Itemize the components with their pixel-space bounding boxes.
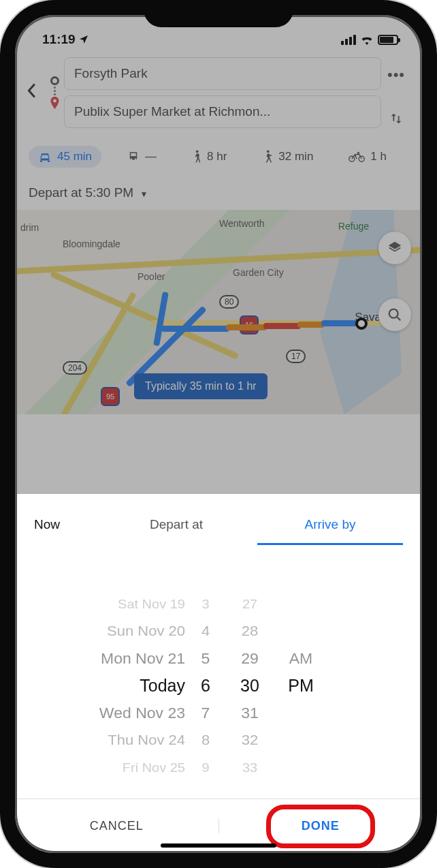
traffic-tooltip: Typically 35 min to 1 hr bbox=[134, 373, 268, 399]
transport-mode-chips: 45 min — 8 hr 32 min 1 h bbox=[15, 139, 422, 174]
layers-button[interactable] bbox=[378, 232, 411, 264]
more-options-button[interactable]: ••• bbox=[387, 66, 405, 84]
dropdown-caret-icon: ▼ bbox=[140, 189, 148, 199]
layers-icon bbox=[387, 241, 402, 255]
mode-bike-label: 1 h bbox=[370, 150, 387, 164]
map[interactable]: drim Bloomingdale Pooler Wentworth Garde… bbox=[15, 210, 422, 414]
interstate-shield: 95 bbox=[101, 387, 120, 406]
svg-point-5 bbox=[389, 309, 398, 318]
destination-input[interactable]: Publix Super Market at Richmon... bbox=[64, 95, 381, 128]
origin-dot-icon bbox=[50, 76, 59, 85]
mode-transit-label: — bbox=[145, 150, 157, 164]
picker-hour-selected: 6 bbox=[201, 672, 210, 699]
waypoint-indicators bbox=[45, 67, 64, 119]
picker-ampm-selected: PM bbox=[288, 672, 314, 699]
depart-time-label: Depart at 5:30 PM bbox=[29, 185, 133, 200]
rideshare-icon bbox=[262, 150, 273, 164]
back-button[interactable] bbox=[18, 82, 45, 103]
map-place-label: Bloomingdale bbox=[63, 238, 120, 249]
swap-icon[interactable] bbox=[389, 111, 404, 126]
svg-point-1 bbox=[267, 150, 270, 153]
origin-input[interactable]: Forsyth Park bbox=[64, 57, 381, 90]
datetime-picker[interactable]: Sat Nov 19 Sun Nov 20 Mon Nov 21 Today W… bbox=[15, 545, 422, 799]
tab-arrive-by[interactable]: Arrive by bbox=[257, 510, 403, 545]
route-shield: 17 bbox=[286, 350, 306, 363]
highlight-annotation bbox=[266, 805, 375, 848]
picker-minute-selected: 30 bbox=[240, 672, 259, 699]
map-place-label: Refuge bbox=[338, 221, 369, 232]
search-map-button[interactable] bbox=[378, 298, 411, 331]
status-time: 11:19 bbox=[42, 32, 76, 47]
picker-hour-column[interactable]: 3 4 5 6 7 8 9 bbox=[185, 563, 226, 781]
depart-time-dropdown[interactable]: Depart at 5:30 PM ▼ bbox=[15, 174, 422, 210]
mode-ride[interactable]: 32 min bbox=[253, 146, 323, 168]
svg-point-0 bbox=[196, 150, 199, 153]
cancel-button[interactable]: CANCEL bbox=[15, 819, 219, 833]
picker-minute-column[interactable]: 27 28 29 30 31 32 33 bbox=[226, 563, 274, 781]
location-arrow-icon bbox=[78, 34, 89, 45]
svg-line-6 bbox=[397, 317, 401, 321]
svg-point-3 bbox=[359, 156, 365, 161]
status-bar: 11:19 bbox=[15, 15, 422, 53]
tab-now[interactable]: Now bbox=[34, 510, 95, 545]
mode-drive[interactable]: 45 min bbox=[29, 146, 101, 168]
map-place-label: Wentworth bbox=[219, 218, 265, 229]
route-shield: 80 bbox=[219, 295, 239, 309]
mode-drive-label: 45 min bbox=[57, 150, 92, 164]
mode-ride-label: 32 min bbox=[278, 150, 313, 164]
search-icon bbox=[387, 307, 402, 322]
transit-icon bbox=[127, 151, 140, 163]
picker-date-column[interactable]: Sat Nov 19 Sun Nov 20 Mon Nov 21 Today W… bbox=[42, 563, 185, 781]
mode-transit[interactable]: — bbox=[118, 146, 166, 168]
svg-point-4 bbox=[357, 152, 359, 154]
destination-pin-icon bbox=[50, 97, 60, 109]
wifi-icon bbox=[360, 35, 374, 45]
battery-icon bbox=[378, 35, 398, 45]
time-picker-sheet: Now Depart at Arrive by Sat Nov 19 Sun N… bbox=[15, 494, 422, 853]
map-place-label: drim bbox=[20, 222, 39, 233]
tab-depart-at[interactable]: Depart at bbox=[103, 510, 249, 545]
route-shield: 204 bbox=[63, 361, 87, 375]
directions-header: Forsyth Park Publix Super Market at Rich… bbox=[15, 53, 422, 139]
map-place-label: Garden City bbox=[233, 267, 284, 278]
mode-bike[interactable]: 1 h bbox=[339, 146, 396, 168]
home-indicator[interactable] bbox=[161, 843, 276, 848]
picker-ampm-column[interactable]: AM PM bbox=[274, 563, 328, 781]
bike-icon bbox=[349, 151, 365, 162]
map-place-label: Pooler bbox=[137, 271, 165, 282]
done-button[interactable]: DONE bbox=[219, 819, 423, 833]
mode-walk[interactable]: 8 hr bbox=[182, 146, 236, 168]
picker-date-selected: Today bbox=[140, 672, 185, 699]
mode-walk-label: 8 hr bbox=[207, 150, 227, 164]
destination-marker-icon bbox=[355, 317, 368, 330]
cell-signal-icon bbox=[341, 35, 356, 45]
car-icon bbox=[38, 151, 52, 162]
walk-icon bbox=[192, 150, 201, 164]
